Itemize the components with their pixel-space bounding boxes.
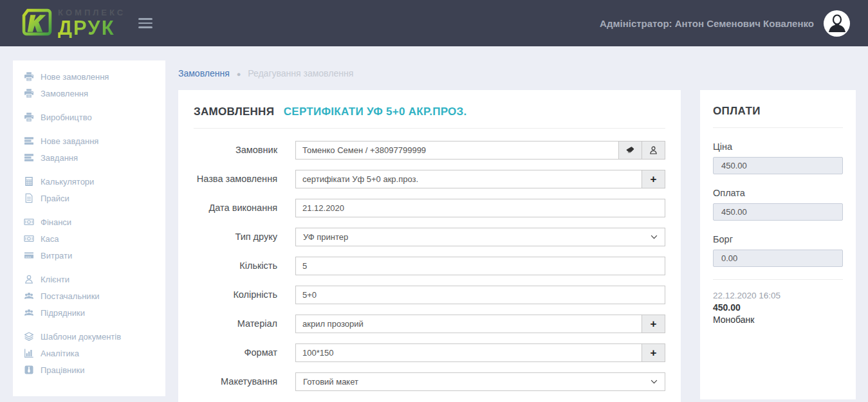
payment-entry-amount: 450.00 [713, 302, 843, 314]
payments-panel: ОПЛАТИ Ціна450.00Оплата450.00Борг0.00 22… [700, 90, 856, 399]
field-control-print-type: УФ принтер [295, 228, 665, 246]
format-input[interactable] [295, 343, 642, 362]
tie-icon [23, 365, 35, 376]
sidebar-item-new-task[interactable]: Нове завдання [13, 132, 165, 149]
user-avatar[interactable] [824, 10, 850, 37]
sidebar-item-label: Аналітика [41, 349, 79, 358]
payment-history-entry: 22.12.2020 16:05450.00Монобанк [713, 289, 843, 326]
payments-title: ОПЛАТИ [713, 105, 843, 118]
form-row-color-mode: Колірність [194, 286, 665, 304]
sidebar-group: Нове завданняЗавдання [13, 132, 165, 166]
sidebar-item-expenses[interactable]: Витрати [13, 247, 165, 264]
layers-icon [23, 331, 35, 342]
form-row-format: Формат+ [194, 343, 665, 362]
user-avatar-icon [826, 12, 848, 34]
add-material-button[interactable]: + [642, 315, 665, 333]
payments-divider-bottom [713, 279, 843, 280]
payment-label-debt: Борг [713, 234, 843, 244]
bar-chart-icon [23, 348, 35, 359]
payments-history: 22.12.2020 16:05450.00Монобанк [713, 289, 843, 326]
order-form-fields: ЗамовникНазва замовлення+Дата виконанняТ… [194, 141, 665, 391]
user-icon [23, 274, 35, 285]
sidebar-item-label: Калькулятори [41, 177, 94, 187]
sidebar-item-finances[interactable]: Фінанси [13, 214, 165, 230]
sidebar-item-label: Нове завдання [41, 136, 98, 146]
order-form-card: ЗАМОВЛЕННЯ СЕРТИФІКАТИ УФ 5+0 АКР.ПРОЗ. … [178, 90, 681, 402]
due-date-input[interactable] [295, 199, 665, 217]
field-control-quantity [295, 257, 665, 275]
customer-input[interactable] [295, 141, 619, 160]
current-user-label: Адміністратор: Антон Семенович Коваленко [600, 18, 814, 29]
sidebar-item-suppliers[interactable]: Постачальники [13, 288, 165, 304]
sidebar-group: Виробництво [13, 109, 165, 125]
users-icon [23, 291, 35, 302]
quantity-input[interactable] [295, 257, 665, 275]
sidebar: Нове замовленняЗамовленняВиробництвоНове… [13, 60, 165, 396]
brand-text: КОМПЛЕКС ДРУК [58, 8, 125, 38]
hamburger-menu-icon[interactable] [138, 13, 152, 33]
add-order-name-button[interactable]: + [642, 170, 665, 188]
sidebar-item-price-lists[interactable]: Прайси [13, 190, 165, 206]
color-mode-input[interactable] [295, 286, 665, 304]
chevron-down-icon [651, 235, 658, 239]
sidebar-item-orders[interactable]: Замовлення [13, 85, 165, 102]
field-label-order-name: Назва замовлення [194, 174, 295, 185]
money-icon [23, 233, 35, 244]
order-title-row: ЗАМОВЛЕННЯ СЕРТИФІКАТИ УФ 5+0 АКР.ПРОЗ. [194, 105, 665, 118]
sidebar-item-label: Підрядники [41, 308, 85, 318]
form-row-order-name: Назва замовлення+ [194, 170, 665, 188]
app-header: КОМПЛЕКС ДРУК Адміністратор: Антон Семен… [0, 0, 868, 46]
add-format-button[interactable]: + [642, 343, 665, 362]
order-form-subtitle: СЕРТИФІКАТИ УФ 5+0 АКР.ПРОЗ. [284, 105, 467, 118]
chevron-down-icon [651, 379, 658, 384]
sidebar-item-calculators[interactable]: Калькулятори [13, 173, 165, 190]
print-type-select[interactable]: УФ принтер [295, 228, 665, 246]
sidebar-item-label: Клієнти [41, 275, 69, 284]
payments-fields: Ціна450.00Оплата450.00Борг0.00 [713, 142, 843, 267]
field-control-customer [295, 141, 665, 160]
payment-entry-method: Монобанк [713, 314, 843, 326]
form-row-material: Матеріал+ [194, 315, 665, 333]
calculator-icon [23, 176, 35, 187]
sidebar-item-new-order[interactable]: Нове замовлення [13, 68, 165, 85]
material-input[interactable] [295, 315, 642, 333]
users-icon [23, 307, 35, 318]
sidebar-item-production[interactable]: Виробництво [13, 109, 165, 125]
layout-select[interactable]: Готовий макет [295, 372, 665, 391]
sidebar-group: КалькуляториПрайси [13, 173, 165, 206]
sidebar-item-label: Виробництво [41, 113, 92, 122]
form-row-due-date: Дата виконання [194, 199, 665, 217]
field-label-layout: Макетування [194, 377, 295, 387]
sidebar-item-employees[interactable]: Працівники [13, 361, 165, 378]
clear-customer-button[interactable] [618, 141, 642, 160]
sidebar-item-analytics[interactable]: Аналітика [13, 345, 165, 361]
payment-value-debt: 0.00 [713, 250, 843, 267]
sidebar-group: Шаблони документівАналітикаПрацівники [13, 328, 165, 378]
sidebar-item-cash-desk[interactable]: Каса [13, 230, 165, 247]
payment-label-paid: Оплата [713, 188, 843, 198]
sidebar-item-document-templates[interactable]: Шаблони документів [13, 328, 165, 345]
field-control-color-mode [295, 286, 665, 304]
order-name-input[interactable] [295, 170, 642, 188]
pick-customer-button[interactable] [642, 141, 665, 160]
tasks-icon [23, 152, 35, 163]
field-label-color-mode: Колірність [194, 290, 295, 300]
form-row-print-type: Тип друкуУФ принтер [194, 228, 665, 246]
sidebar-item-contractors[interactable]: Підрядники [13, 304, 165, 321]
field-label-quantity: Кількість [194, 261, 295, 271]
brand-top-label: КОМПЛЕКС [58, 8, 125, 17]
field-control-order-name: + [295, 170, 665, 188]
sidebar-item-clients[interactable]: Клієнти [13, 271, 165, 288]
brand-k-icon [21, 8, 53, 39]
field-label-material: Матеріал [194, 319, 295, 329]
payments-divider-top [713, 127, 843, 128]
sidebar-item-label: Завдання [41, 153, 78, 163]
eraser-icon [625, 145, 635, 155]
brand-bottom-label: ДРУК [58, 18, 125, 38]
breadcrumb-separator: ● [237, 70, 241, 78]
app-logo[interactable]: КОМПЛЕКС ДРУК [21, 8, 125, 39]
form-row-layout: МакетуванняГотовий макет [194, 372, 665, 391]
sidebar-item-tasks[interactable]: Завдання [13, 149, 165, 166]
breadcrumb: Замовлення ● Редагування замовлення [178, 68, 353, 78]
breadcrumb-orders-link[interactable]: Замовлення [178, 68, 230, 78]
